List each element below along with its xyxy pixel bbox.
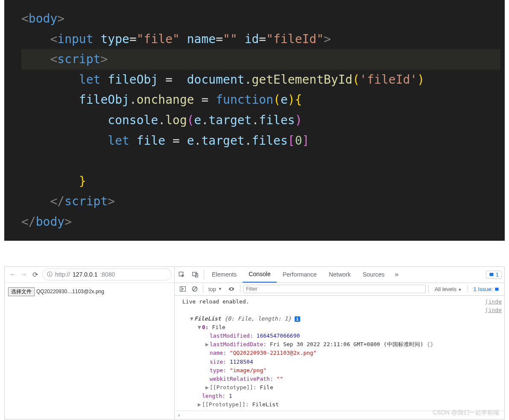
source-link[interactable]: (inde bbox=[485, 306, 502, 315]
log-filelist-row: (inde bbox=[182, 306, 504, 315]
url-scheme: http:// bbox=[55, 271, 70, 278]
prop-size: size: 1128504 bbox=[182, 358, 504, 366]
issues-count: 1 bbox=[496, 271, 499, 278]
tab-elements[interactable]: Elements bbox=[206, 267, 243, 283]
address-bar: ← → ⟳ ⓘ http://127.0.0.1:8080 bbox=[5, 267, 174, 283]
svg-rect-3 bbox=[489, 273, 493, 276]
svg-rect-9 bbox=[495, 288, 498, 291]
clear-console-icon[interactable] bbox=[189, 283, 200, 295]
file-entry-summary[interactable]: ▼0: File bbox=[182, 323, 504, 332]
expand-icon: ▶ bbox=[198, 400, 202, 409]
context-selector[interactable]: top▼ bbox=[206, 283, 225, 295]
issues-badge[interactable]: 1 bbox=[486, 271, 502, 279]
back-icon[interactable]: ← bbox=[7, 269, 18, 280]
svg-line-8 bbox=[193, 287, 196, 291]
prop-lastModifiedDate[interactable]: ▶lastModifiedDate: Fri Sep 30 2022 22:11… bbox=[182, 340, 504, 349]
source-link[interactable]: (inde bbox=[485, 298, 502, 306]
tab-performance[interactable]: Performance bbox=[277, 267, 323, 283]
live-expression-icon[interactable] bbox=[225, 283, 237, 295]
svg-rect-1 bbox=[192, 272, 196, 275]
issue-link[interactable]: 1 Issue: bbox=[471, 286, 502, 292]
console-output[interactable]: Live reload enabled. (inde (inde ▼FileLi… bbox=[175, 296, 504, 411]
console-prompt[interactable]: › bbox=[175, 411, 504, 419]
selected-file-name: QQ20220930…1103@2x.png bbox=[36, 289, 104, 295]
url-port: :8080 bbox=[100, 271, 115, 278]
filter-input[interactable] bbox=[243, 285, 426, 293]
tab-console[interactable]: Console bbox=[243, 267, 276, 283]
browser-page: ← → ⟳ ⓘ http://127.0.0.1:8080 选择文件 QQ202… bbox=[5, 267, 175, 420]
prop-prototype-file[interactable]: ▶[[Prototype]]: File bbox=[182, 383, 504, 392]
prop-type: type: "image/png" bbox=[182, 366, 504, 375]
svg-marker-6 bbox=[182, 288, 184, 290]
browser-devtools-row: ← → ⟳ ⓘ http://127.0.0.1:8080 选择文件 QQ202… bbox=[4, 266, 505, 420]
log-levels-selector[interactable]: All levels ▼ bbox=[431, 286, 465, 292]
prop-name: name: "QQ20220930-221103@2x.png" bbox=[182, 349, 504, 357]
filelist-summary[interactable]: ▼FileList {0: File, length: 1} i bbox=[182, 315, 504, 323]
prop-prototype-filelist[interactable]: ▶[[Prototype]]: FileList bbox=[182, 400, 504, 409]
prop-length: length: 1 bbox=[182, 392, 504, 400]
prop-webkitRelativePath: webkitRelativePath: "" bbox=[182, 375, 504, 383]
prop-lastModified: lastModified: 1664547066690 bbox=[182, 332, 504, 340]
log-live-reload: Live reload enabled. (inde bbox=[182, 298, 504, 306]
tab-network[interactable]: Network bbox=[323, 267, 357, 283]
url-input[interactable]: ⓘ http://127.0.0.1:8080 bbox=[42, 268, 172, 280]
file-input[interactable]: 选择文件 QQ20220930…1103@2x.png bbox=[8, 287, 171, 296]
tab-sources[interactable]: Sources bbox=[357, 267, 390, 283]
reload-icon[interactable]: ⟳ bbox=[29, 269, 41, 280]
inspect-icon[interactable] bbox=[175, 267, 188, 283]
tabs-overflow-icon[interactable]: » bbox=[391, 271, 403, 278]
forward-icon[interactable]: → bbox=[18, 269, 29, 280]
devtools-tabs: Elements Console Performance Network Sou… bbox=[175, 267, 504, 283]
console-toolbar: top▼ All levels ▼ 1 Issue: bbox=[175, 283, 504, 296]
expand-icon: ▶ bbox=[205, 340, 210, 349]
url-host: 127.0.0.1 bbox=[73, 271, 97, 278]
choose-file-button[interactable]: 选择文件 bbox=[8, 287, 35, 296]
expand-icon[interactable]: ▼ bbox=[198, 323, 202, 332]
code-editor: <body> <input type="file" name="" id="fi… bbox=[4, 0, 505, 241]
info-icon: ⓘ bbox=[47, 271, 53, 278]
expand-icon: ▶ bbox=[205, 383, 210, 392]
sidebar-toggle-icon[interactable] bbox=[177, 283, 188, 295]
devtools: Elements Console Performance Network Sou… bbox=[175, 267, 504, 420]
device-toggle-icon[interactable] bbox=[188, 267, 202, 283]
info-icon[interactable]: i bbox=[295, 316, 300, 322]
expand-icon[interactable]: ▼ bbox=[190, 315, 194, 323]
